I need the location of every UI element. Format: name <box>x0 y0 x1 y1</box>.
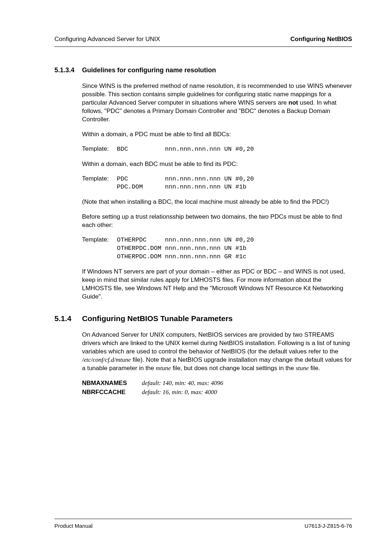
running-header: Configuring Advanced Server for UNIX Con… <box>54 36 352 47</box>
header-left: Configuring Advanced Server for UNIX <box>54 36 160 43</box>
paragraph: On Advanced Server for UNIX computers, N… <box>82 331 352 373</box>
bold-not: not <box>289 99 298 106</box>
section-5-1-3-4-heading: 5.1.3.4 Guidelines for configuring name … <box>82 66 352 74</box>
footer-left: Product Manual <box>54 523 93 529</box>
template-label: Template: <box>82 175 117 182</box>
text: On Advanced Server for UNIX computers, N… <box>82 331 350 355</box>
definition-row: NBMAXNAMES default: 140, min: 40, max: 4… <box>82 379 352 388</box>
template-body: OTHERPDC nnn.nnn.nnn.nnn UN #0,20 OTHERP… <box>117 236 254 261</box>
definition-term: NBRFCCACHE <box>82 388 140 397</box>
definition-row: NBRFCCACHE default: 16, min: 0, max: 400… <box>82 388 352 397</box>
footer-right: U7613-J-Z815-6-76 <box>305 523 352 529</box>
paragraph: Since WINS is the preferred method of na… <box>82 82 352 124</box>
definition-term: NBMAXNAMES <box>82 379 140 388</box>
paragraph: Before setting up a trust relationsship … <box>82 213 352 230</box>
section-title: Guidelines for configuring name resoluti… <box>82 66 216 74</box>
italic-stune: stune <box>296 365 309 372</box>
text: file. <box>309 365 320 372</box>
template-body: BDC nnn.nnn.nnn.nnn UN #0,20 <box>117 145 254 154</box>
page-footer: Product Manual U7613-J-Z815-6-76 <box>54 519 352 529</box>
paragraph: If Windows NT servers are part of your d… <box>82 268 352 301</box>
template-label: Template: <box>82 236 117 243</box>
text: file, but does not change local settings… <box>171 365 296 372</box>
section-number: 5.1.4 <box>54 314 82 323</box>
definition-desc: default: 140, min: 40, max: 4096 <box>142 380 223 386</box>
definition-desc: default: 16, min: 0, max: 4000 <box>142 389 217 396</box>
section-title: Configuring NetBIOS Tunable Parameters <box>82 314 233 323</box>
header-right: Configuring NetBIOS <box>290 36 352 43</box>
template-label: Template: <box>82 145 117 153</box>
paragraph: (Note that when installing a BDC, the lo… <box>82 198 352 206</box>
italic-mtune: mtune <box>156 365 171 372</box>
paragraph: Within a domain, a PDC must be able to f… <box>82 130 352 139</box>
template-block-1: Template:BDC nnn.nnn.nnn.nnn UN #0,20 <box>82 145 352 154</box>
italic-path: /etc/conf/cf.d/mtune <box>82 356 131 363</box>
definition-list: NBMAXNAMES default: 140, min: 40, max: 4… <box>82 379 352 397</box>
template-body: PDC nnn.nnn.nnn.nnn UN #0,20 PDC.DOM nnn… <box>117 175 254 192</box>
template-block-3: Template:OTHERPDC nnn.nnn.nnn.nnn UN #0,… <box>82 236 352 261</box>
section-5-1-4-heading: 5.1.4 Configuring NetBIOS Tunable Parame… <box>82 314 352 323</box>
section-number: 5.1.3.4 <box>54 66 82 74</box>
paragraph: Within a domain, each BDC must be able t… <box>82 160 352 169</box>
template-block-2: Template:PDC nnn.nnn.nnn.nnn UN #0,20 PD… <box>82 175 352 192</box>
